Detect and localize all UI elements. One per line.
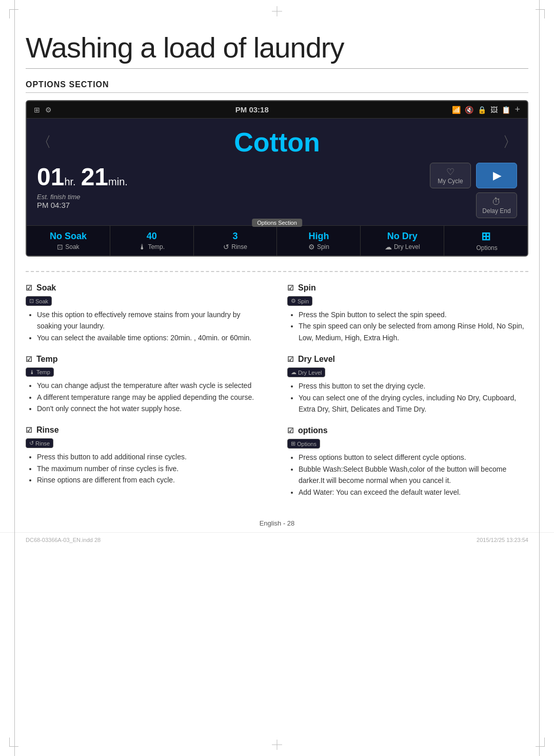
dry-level-list: Press this button to set the drying cycl…	[287, 380, 528, 415]
display-panel: ⊞ ⚙ PM 03:18 📶 🔇 🔒 🖼 📋 + 〈 Cotton 〉	[26, 100, 528, 257]
rinse-label-row: ↺ Rinse	[223, 243, 247, 251]
options-bar: Options Section No Soak ⊡ Soak 40 🌡 Temp…	[27, 225, 527, 256]
delay-end-label: Delay End	[482, 207, 510, 215]
feature-dry-level: ☑ Dry Level ☁ Dry Level Press this butto…	[287, 355, 528, 415]
page-border-right	[539, 0, 540, 756]
options-label: Options	[476, 244, 497, 251]
options-heading-label: options	[298, 426, 328, 435]
spin-label: Spin	[317, 243, 329, 250]
page-footer: English - 28	[26, 509, 528, 532]
option-spin[interactable]: High ⚙ Spin	[277, 226, 361, 256]
status-bar-right: 📶 🔇 🔒 🖼 📋 +	[452, 104, 520, 115]
list-item: You can select the available time option…	[37, 332, 267, 343]
soak-check-icon: ☑	[26, 284, 32, 292]
features-grid: ☑ Soak ⊡ Soak Use this option to effecti…	[26, 283, 528, 509]
options-value: ⊞	[481, 230, 490, 243]
crosshair-top	[272, 6, 282, 16]
page-border-left	[14, 0, 15, 756]
clipboard-icon: 📋	[502, 106, 510, 114]
soak-badge-label: Soak	[35, 298, 48, 304]
corner-mark-bl	[9, 738, 18, 747]
rinse-heading: ☑ Rinse	[26, 425, 267, 435]
rinse-heading-label: Rinse	[36, 425, 59, 435]
page-number: English - 28	[260, 519, 295, 527]
rinse-badge-label: Rinse	[35, 440, 50, 447]
cycle-row: 〈 Cotton 〉	[37, 127, 517, 158]
dry-level-value: No Dry	[387, 231, 418, 242]
buttons-section: ♡ My Cycle ▶ ⏱ Delay End	[430, 163, 517, 218]
btn-row-top: ♡ My Cycle ▶	[430, 163, 517, 188]
timer-icon: ⏱	[492, 197, 501, 207]
option-options[interactable]: ⊞ Options	[444, 226, 527, 256]
hours-value: 01	[37, 163, 64, 190]
dry-level-heading: ☑ Dry Level	[287, 355, 528, 364]
soak-value: No Soak	[50, 231, 87, 242]
wifi-icon: 📶	[452, 106, 461, 114]
options-label-row: Options	[474, 244, 497, 251]
est-finish-label: Est. finish time	[37, 193, 133, 201]
corner-mark-br	[536, 738, 545, 747]
dry-level-check-icon: ☑	[287, 355, 294, 363]
temp-badge-label: Temp	[36, 369, 50, 375]
list-item: Add Water: You can exceed the default wa…	[299, 487, 528, 498]
rinse-badge: ↺ Rinse	[26, 438, 53, 448]
delay-end-button[interactable]: ⏱ Delay End	[476, 192, 517, 218]
corner-mark-tr	[536, 9, 545, 18]
rinse-badge-icon: ↺	[29, 440, 34, 447]
spin-badge-label: Spin	[298, 298, 309, 304]
list-item: A different temperature range may be app…	[37, 392, 267, 403]
spin-badge-icon: ⚙	[291, 298, 296, 304]
spin-heading-label: Spin	[298, 283, 316, 293]
chevron-left-icon[interactable]: 〈	[37, 132, 51, 152]
soak-label-row: ⊡ Soak	[57, 243, 79, 251]
rinse-value: 3	[233, 231, 238, 242]
temp-check-icon: ☑	[26, 355, 32, 363]
corner-mark-tl	[9, 9, 18, 18]
spin-check-icon: ☑	[287, 284, 294, 292]
footer-file-left: DC68-03366A-03_EN.indd 28	[26, 537, 101, 543]
options-badge-label: Options	[297, 441, 316, 447]
spin-badge: ⚙ Spin	[287, 296, 312, 306]
btn-row-bottom: ⏱ Delay End	[476, 192, 517, 218]
temp-list: You can change adjust the temperature af…	[26, 380, 267, 414]
option-rinse[interactable]: 3 ↺ Rinse	[194, 226, 278, 256]
sound-icon: 🔇	[465, 106, 473, 114]
options-badge-icon: ⊞	[291, 440, 295, 447]
display-main: 〈 Cotton 〉 01hr.21min. Est. finish time …	[27, 119, 527, 225]
dry-level-label: Dry Level	[394, 243, 420, 250]
list-item: You can change adjust the temperature af…	[37, 380, 267, 391]
dry-level-badge: ☁ Dry Level	[287, 367, 325, 377]
options-check-icon: ☑	[287, 427, 294, 435]
options-badge: ⊞ Options	[287, 439, 320, 449]
temp-badge-icon: 🌡	[29, 369, 35, 375]
spin-list: Press the Spin button to select the spin…	[287, 309, 528, 343]
soak-badge-icon: ⊡	[29, 298, 34, 304]
time-buttons-row: 01hr.21min. Est. finish time PM 04:37 ♡ …	[37, 163, 517, 218]
status-bar: ⊞ ⚙ PM 03:18 📶 🔇 🔒 🖼 📋 +	[27, 101, 527, 119]
temp-badge: 🌡 Temp	[26, 367, 54, 377]
feature-temp: ☑ Temp 🌡 Temp You can change adjust the …	[26, 355, 267, 414]
options-list: Press options button to select different…	[287, 452, 528, 498]
footer-file-right: 2015/12/25 13:23:54	[477, 537, 528, 543]
my-cycle-label: My Cycle	[438, 178, 463, 185]
temp-value: 40	[147, 231, 157, 242]
spin-label-row: ⚙ Spin	[308, 243, 329, 251]
crosshair-bottom	[272, 740, 282, 750]
option-soak[interactable]: No Soak ⊡ Soak	[27, 226, 110, 256]
start-button[interactable]: ▶	[476, 163, 517, 188]
chevron-right-icon[interactable]: 〉	[503, 132, 517, 152]
options-items: No Soak ⊡ Soak 40 🌡 Temp. 3	[27, 226, 527, 256]
option-temp[interactable]: 40 🌡 Temp.	[110, 226, 194, 256]
image-icon: 🖼	[490, 106, 498, 114]
section-heading: OPTIONS SECTION	[26, 80, 528, 93]
list-item: Press this button to set the drying cycl…	[299, 380, 528, 392]
feature-rinse: ☑ Rinse ↺ Rinse Press this button to add…	[26, 425, 267, 486]
my-cycle-button[interactable]: ♡ My Cycle	[430, 163, 471, 188]
option-dry-level[interactable]: No Dry ☁ Dry Level	[361, 226, 444, 256]
status-bar-left: ⊞ ⚙	[34, 106, 52, 114]
dry-level-label-row: ☁ Dry Level	[385, 243, 420, 251]
rinse-label: Rinse	[231, 243, 247, 250]
lock-icon: 🔒	[478, 106, 486, 114]
rinse-list: Press this button to add additional rins…	[26, 451, 267, 486]
list-item: Use this option to effectively remove st…	[37, 309, 267, 332]
